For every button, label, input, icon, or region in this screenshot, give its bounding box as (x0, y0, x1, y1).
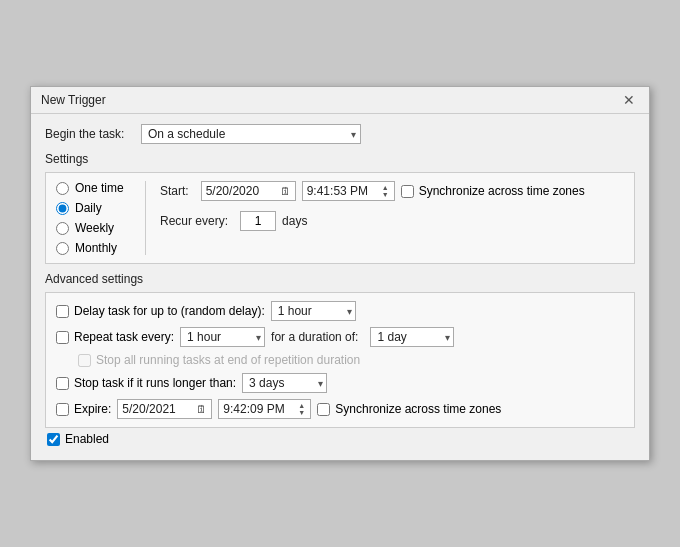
expire-time-up-btn[interactable]: ▲ (297, 402, 306, 409)
days-label: days (282, 214, 307, 228)
settings-right-panel: Start: 🗓 ▲ ▼ Synchronize ac (160, 181, 624, 255)
delay-task-checkbox[interactable] (56, 305, 69, 318)
stop-repetition-row: Stop all running tasks at end of repetit… (56, 353, 624, 367)
enabled-label: Enabled (65, 432, 109, 446)
advanced-box: Delay task for up to (random delay): 1 h… (45, 292, 635, 428)
radio-monthly-label: Monthly (75, 241, 117, 255)
expire-time-down-btn[interactable]: ▼ (297, 409, 306, 416)
expire-sync-checkbox-label[interactable]: Synchronize across time zones (317, 402, 501, 416)
settings-box: One time Daily Weekly Monthly (45, 172, 635, 264)
begin-task-select[interactable]: On a schedule At log on At startup On id… (141, 124, 361, 144)
repeat-task-select[interactable]: 1 hour 30 minutes 5 minutes (180, 327, 265, 347)
enabled-checkbox[interactable] (47, 433, 60, 446)
expire-time-wrapper: ▲ ▼ (218, 399, 311, 419)
dialog-title: New Trigger (41, 93, 106, 107)
radio-monthly-input[interactable] (56, 242, 69, 255)
repeat-task-checkbox[interactable] (56, 331, 69, 344)
recur-label: Recur every: (160, 214, 228, 228)
sync-timezone-checkbox[interactable] (401, 185, 414, 198)
radio-one-time-input[interactable] (56, 182, 69, 195)
start-calendar-icon[interactable]: 🗓 (280, 185, 291, 197)
stop-repetition-checkbox-label[interactable]: Stop all running tasks at end of repetit… (78, 353, 360, 367)
radio-weekly-label: Weekly (75, 221, 114, 235)
expire-date-wrapper: 🗓 (117, 399, 212, 419)
start-row: Start: 🗓 ▲ ▼ Synchronize ac (160, 181, 624, 201)
duration-select[interactable]: 1 day Indefinitely 1 hour 12 hours (370, 327, 454, 347)
recur-row: Recur every: days (160, 211, 624, 231)
repeat-task-row: Repeat task every: 1 hour 30 minutes 5 m… (56, 327, 624, 347)
title-bar: New Trigger ✕ (31, 87, 649, 114)
duration-dropdown-wrapper: 1 day Indefinitely 1 hour 12 hours (370, 327, 454, 347)
stop-longer-label: Stop task if it runs longer than: (74, 376, 236, 390)
radio-monthly[interactable]: Monthly (56, 241, 131, 255)
recur-value-input[interactable] (240, 211, 276, 231)
stop-longer-row: Stop task if it runs longer than: 3 days… (56, 373, 624, 393)
start-date-wrapper: 🗓 (201, 181, 296, 201)
expire-time-spinners: ▲ ▼ (297, 402, 306, 416)
stop-longer-checkbox-label[interactable]: Stop task if it runs longer than: (56, 376, 236, 390)
expire-calendar-icon[interactable]: 🗓 (196, 403, 207, 415)
radio-weekly-input[interactable] (56, 222, 69, 235)
begin-task-row: Begin the task: On a schedule At log on … (45, 124, 635, 144)
start-label: Start: (160, 184, 189, 198)
enabled-checkbox-label[interactable]: Enabled (47, 432, 109, 446)
duration-label: for a duration of: (271, 330, 358, 344)
delay-task-select[interactable]: 1 hour 30 minutes 1 day None (271, 301, 356, 321)
expire-time-input[interactable] (223, 402, 295, 416)
stop-repetition-label: Stop all running tasks at end of repetit… (96, 353, 360, 367)
repeat-task-label: Repeat task every: (74, 330, 174, 344)
start-time-spinners: ▲ ▼ (381, 184, 390, 198)
radio-one-time-label: One time (75, 181, 124, 195)
radio-daily-label: Daily (75, 201, 102, 215)
expire-date-input[interactable] (122, 402, 194, 416)
stop-longer-checkbox[interactable] (56, 377, 69, 390)
expire-label: Expire: (74, 402, 111, 416)
advanced-settings-label: Advanced settings (45, 272, 635, 286)
time-up-btn[interactable]: ▲ (381, 184, 390, 191)
sync-timezone-checkbox-label[interactable]: Synchronize across time zones (401, 184, 585, 198)
expire-sync-checkbox[interactable] (317, 403, 330, 416)
delay-task-dropdown-wrapper: 1 hour 30 minutes 1 day None (271, 301, 356, 321)
expire-checkbox-label[interactable]: Expire: (56, 402, 111, 416)
start-time-wrapper: ▲ ▼ (302, 181, 395, 201)
repeat-task-checkbox-label[interactable]: Repeat task every: (56, 330, 174, 344)
start-date-input[interactable] (206, 184, 278, 198)
stop-repetition-checkbox[interactable] (78, 354, 91, 367)
schedule-type-group: One time Daily Weekly Monthly (56, 181, 146, 255)
delay-task-label: Delay task for up to (random delay): (74, 304, 265, 318)
sync-timezone-label: Synchronize across time zones (419, 184, 585, 198)
radio-weekly[interactable]: Weekly (56, 221, 131, 235)
start-time-input[interactable] (307, 184, 379, 198)
stop-longer-dropdown-wrapper: 3 days 1 hour 30 minutes 1 day (242, 373, 327, 393)
radio-one-time[interactable]: One time (56, 181, 131, 195)
begin-task-dropdown-wrapper: On a schedule At log on At startup On id… (141, 124, 361, 144)
expire-row: Expire: 🗓 ▲ ▼ Synchronize across time zo… (56, 399, 624, 419)
time-down-btn[interactable]: ▼ (381, 191, 390, 198)
delay-task-row: Delay task for up to (random delay): 1 h… (56, 301, 624, 321)
delay-task-checkbox-label[interactable]: Delay task for up to (random delay): (56, 304, 265, 318)
close-button[interactable]: ✕ (619, 93, 639, 107)
repeat-task-dropdown-wrapper: 1 hour 30 minutes 5 minutes (180, 327, 265, 347)
expire-sync-label: Synchronize across time zones (335, 402, 501, 416)
stop-longer-select[interactable]: 3 days 1 hour 30 minutes 1 day (242, 373, 327, 393)
new-trigger-dialog: New Trigger ✕ Begin the task: On a sched… (30, 86, 650, 461)
radio-daily[interactable]: Daily (56, 201, 131, 215)
begin-task-label: Begin the task: (45, 127, 135, 141)
dialog-content: Begin the task: On a schedule At log on … (31, 114, 649, 460)
settings-label: Settings (45, 152, 635, 166)
enabled-row: Enabled (45, 432, 635, 446)
radio-daily-input[interactable] (56, 202, 69, 215)
expire-checkbox[interactable] (56, 403, 69, 416)
